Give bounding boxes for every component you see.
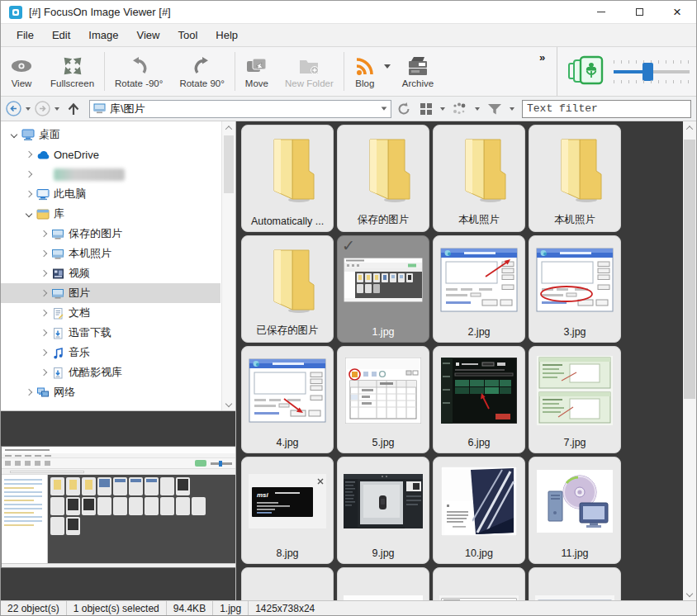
menu-item-tool[interactable]: Tool <box>168 26 206 45</box>
onedrive-icon <box>36 149 50 160</box>
address-path-box[interactable]: 库\图片 <box>89 100 391 118</box>
tree-item-音乐[interactable]: 音乐 <box>1 343 220 362</box>
grid-tile-image[interactable]: 5.jpg <box>337 346 429 453</box>
tree-scrollbar[interactable] <box>221 121 235 410</box>
tree-item-user[interactable] <box>1 164 220 184</box>
menu-item-view[interactable]: View <box>128 26 169 45</box>
grid-tile-folder[interactable]: 本机照片 <box>433 125 525 232</box>
grid-tile-image[interactable]: 11.jpg <box>529 457 621 564</box>
tree-item-OneDrive[interactable]: OneDrive <box>1 145 220 164</box>
svg-text:msi: msi <box>257 491 269 499</box>
docs-icon <box>50 307 65 320</box>
thumbnail-size-slider[interactable] <box>614 58 690 86</box>
close-button[interactable]: × <box>658 1 696 23</box>
grid-tile-image[interactable] <box>529 567 621 600</box>
refresh-button[interactable] <box>394 102 414 116</box>
tree-item-此电脑[interactable]: 此电脑 <box>1 184 220 204</box>
tree-item-文档[interactable]: 文档 <box>1 303 220 323</box>
blog-button[interactable]: Blog <box>346 47 384 96</box>
filter-caret[interactable] <box>510 107 514 111</box>
back-button[interactable] <box>6 101 21 116</box>
chevron-right-icon[interactable] <box>37 251 50 256</box>
view-button[interactable]: View <box>1 47 42 96</box>
grid-tile-folder[interactable]: 已保存的图片 <box>241 235 334 343</box>
chevron-right-icon[interactable] <box>37 271 50 276</box>
move-button[interactable]: Move <box>237 47 277 96</box>
tree-item-图片[interactable]: 图片 <box>1 283 220 303</box>
grid-tile-image[interactable]: 6.jpg <box>433 346 525 453</box>
tree-item-迅雷下载[interactable]: 迅雷下载 <box>1 323 220 343</box>
minimize-button[interactable] <box>582 1 620 23</box>
tree-item-label: 音乐 <box>69 345 90 360</box>
text-filter-input[interactable] <box>522 100 691 118</box>
grid-tile-image[interactable]: 2.jpg <box>433 235 525 343</box>
slider-handle[interactable] <box>642 63 653 81</box>
view-mode-button[interactable] <box>416 102 436 116</box>
back-history-caret[interactable] <box>26 107 31 111</box>
rotate-ccw-button[interactable]: Rotate -90° <box>107 47 171 96</box>
grid-tile-image[interactable]: 9.jpg <box>337 457 429 564</box>
tree-item-本机照片[interactable]: 本机照片 <box>1 244 220 263</box>
fullscreen-button[interactable]: Fullscreen <box>42 47 102 96</box>
tree-item-视频[interactable]: 视频 <box>1 263 220 283</box>
chevron-down-icon[interactable] <box>22 211 36 216</box>
tree-item-label: 保存的图片 <box>69 226 122 241</box>
tree-item-保存的图片[interactable]: 保存的图片 <box>1 224 220 244</box>
chevron-right-icon[interactable] <box>37 370 50 375</box>
filter-button[interactable] <box>484 102 505 116</box>
grid-tile-image[interactable]: msi8.jpg <box>241 457 334 564</box>
grid-tile-folder[interactable]: Automatically ... <box>241 125 334 232</box>
chevron-right-icon[interactable] <box>22 390 36 395</box>
grid-tile-image[interactable]: 3.jpg <box>529 235 621 343</box>
tree-item-网络[interactable]: 网络 <box>1 382 220 402</box>
new-folder-button[interactable]: New Folder <box>277 47 342 96</box>
chevron-right-icon[interactable] <box>22 152 36 157</box>
image-thumbnail <box>338 348 429 433</box>
grid-tile-image[interactable] <box>337 567 429 600</box>
tree-item-优酷影视库[interactable]: 优酷影视库 <box>1 362 220 382</box>
grid-tile-folder[interactable]: 保存的图片 <box>337 125 429 232</box>
scrollbar-thumb[interactable] <box>684 140 695 399</box>
menu-item-file[interactable]: File <box>7 26 43 45</box>
chevron-right-icon[interactable] <box>37 330 50 335</box>
rotate-cw-button[interactable]: Rotate 90° <box>171 47 232 96</box>
grid-scrollbar[interactable] <box>683 121 696 600</box>
sort-button[interactable] <box>449 102 471 116</box>
grid-tile-image[interactable]: 10.jpg <box>433 457 525 564</box>
grid-tile-folder[interactable]: 本机照片 <box>529 125 621 232</box>
chevron-right-icon[interactable] <box>22 192 36 197</box>
grid-tile-image[interactable]: 7.jpg <box>529 346 621 453</box>
maximize-button[interactable] <box>620 1 658 23</box>
chevron-right-icon[interactable] <box>22 172 36 177</box>
title-bar: [#] FocusOn Image Viewer [#] × <box>1 1 696 23</box>
chevron-right-icon[interactable] <box>37 350 50 355</box>
chevron-right-icon[interactable] <box>37 310 50 315</box>
toolbar: View Fullscreen Rota <box>1 47 696 97</box>
menu-item-image[interactable]: Image <box>79 26 127 45</box>
tile-label: 7.jpg <box>531 437 619 448</box>
toolbar-overflow-chevron[interactable]: » <box>539 51 545 64</box>
chevron-right-icon[interactable] <box>37 231 50 236</box>
menu-item-edit[interactable]: Edit <box>43 26 79 45</box>
music-icon <box>50 347 65 359</box>
grid-tile-image[interactable] <box>241 567 334 600</box>
tree-item-桌面[interactable]: 桌面 <box>1 125 220 145</box>
up-button[interactable] <box>64 102 83 116</box>
forward-history-caret[interactable] <box>55 107 59 111</box>
grid-tile-image[interactable]: ✓1.jpg <box>337 235 429 343</box>
library-icon <box>36 207 50 220</box>
grid-tile-image[interactable]: 4.jpg <box>241 346 334 453</box>
view-mode-caret[interactable] <box>440 107 445 111</box>
chevron-down-icon[interactable] <box>7 132 21 137</box>
blog-dropdown-caret[interactable] <box>384 47 394 96</box>
archive-button[interactable]: Archive <box>394 47 442 96</box>
thumbnail-size-icon[interactable] <box>567 55 605 88</box>
tree-item-库[interactable]: 库 <box>1 204 220 224</box>
grid-tile-image[interactable] <box>433 567 525 600</box>
menu-item-help[interactable]: Help <box>206 26 247 45</box>
sort-caret[interactable] <box>475 107 480 111</box>
forward-button[interactable] <box>35 101 50 116</box>
status-segment-4: 1425x738x24 <box>249 601 321 615</box>
chevron-right-icon[interactable] <box>37 291 50 296</box>
path-dropdown-caret[interactable] <box>382 107 387 110</box>
